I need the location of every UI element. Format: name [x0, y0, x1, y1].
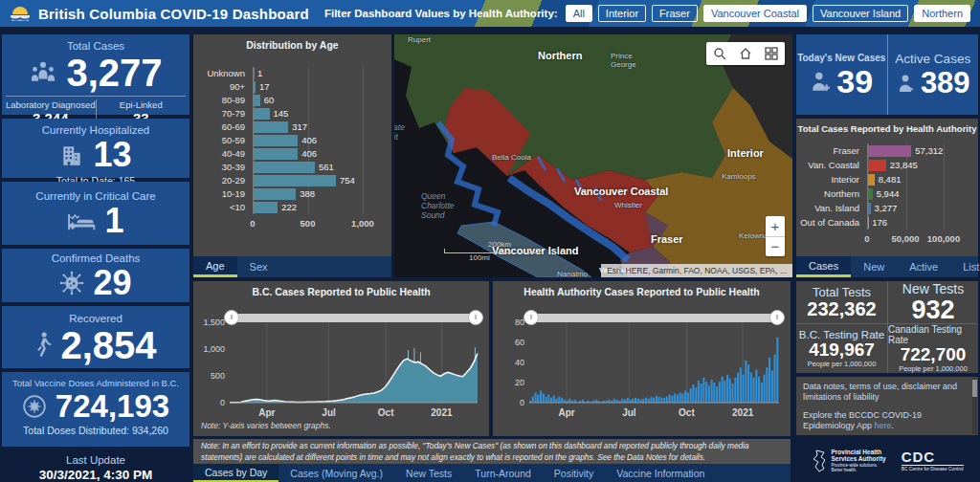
disclaimer-note: Note: In an effort to provide as current…: [193, 439, 791, 464]
bar: [663, 398, 665, 403]
bar: [637, 399, 639, 403]
bar: [254, 135, 298, 146]
tab-active[interactable]: Active: [897, 256, 950, 277]
x-tick-label: 0: [250, 218, 255, 229]
tab-turn-around[interactable]: Turn-Around: [463, 464, 543, 482]
bar: [540, 390, 542, 403]
basemap-grid-icon[interactable]: [765, 47, 778, 60]
filter-button-vancouver-coastal[interactable]: Vancouver Coastal: [703, 5, 807, 22]
footer-logos: Provincial Health Services Authority Pro…: [796, 439, 978, 482]
bar: [732, 383, 734, 403]
bar: [254, 188, 296, 200]
y-tick-label: 20: [496, 378, 524, 387]
bar: [695, 387, 697, 403]
scrollbar-thumb[interactable]: [972, 380, 977, 397]
bar: [254, 202, 278, 213]
tab-age[interactable]: Age: [193, 256, 237, 277]
bar: [726, 375, 728, 403]
bar-value-label: 8,481: [879, 172, 902, 186]
active-cases-label: Active Cases: [895, 52, 970, 66]
tab-cases[interactable]: Cases: [796, 256, 851, 277]
bar-category-label: 90+: [197, 80, 245, 94]
filter-button-interior[interactable]: Interior: [598, 5, 646, 22]
people-icon: [29, 60, 57, 85]
ha-cases-chart-panel: Health Authority Cases Reported to Publi…: [493, 281, 791, 436]
ha-total-cases-chart: FraserVan. CoastalInteriorNorthernVan. I…: [798, 142, 976, 252]
filter-button-fraser[interactable]: Fraser: [652, 5, 698, 22]
plot-area: [230, 322, 478, 405]
bar: [868, 203, 871, 214]
panel-title: Total Vaccine Doses Administered in B.C.: [12, 378, 179, 388]
home-icon[interactable]: [739, 47, 752, 60]
bar-category-label: 40-49: [197, 147, 245, 161]
notes-scrollbar[interactable]: [972, 378, 977, 434]
health-authority-map[interactable]: RupertNorthernPrince GeorgeHecate Strait…: [394, 34, 792, 277]
panel-title: Total Cases: [67, 40, 124, 52]
bar: [660, 398, 662, 403]
bar: [868, 188, 873, 200]
epidemiology-app-link[interactable]: here: [875, 421, 892, 430]
y-tick-label: 60: [496, 338, 524, 347]
header: British Columbia COVID-19 Dashboard Filt…: [0, 0, 980, 29]
hospital-icon: [59, 143, 84, 166]
last-update-label: Last Update: [66, 454, 125, 466]
x-tick-label: 100,000: [927, 233, 960, 244]
new-tests-label: New Tests: [902, 281, 964, 296]
tab-list[interactable]: List: [950, 256, 980, 277]
bar: [556, 399, 558, 403]
bar: [632, 399, 634, 403]
bar: [624, 400, 626, 403]
critical-care-panel: Currently in Critical Care 1: [2, 182, 189, 245]
total-tests-label: Total Tests: [813, 285, 871, 299]
epi-linked-label: Epi-Linked: [97, 99, 187, 110]
x-tick-label: Oct: [378, 407, 394, 418]
tab-sex[interactable]: Sex: [237, 256, 280, 277]
scale-mi: 100mi: [444, 253, 540, 262]
last-update-panel: Last Update 30/3/2021, 4:30 PM: [2, 450, 189, 482]
y-tick-label: 500: [196, 371, 225, 381]
filter-button-all[interactable]: All: [566, 5, 592, 22]
bar: [568, 399, 570, 403]
map-toolbar: [706, 42, 785, 65]
bar: [254, 121, 288, 133]
gridline: [944, 143, 945, 230]
bar-value-label: 57,312: [915, 143, 943, 158]
bar: [574, 400, 576, 403]
y-tick-label: 1,500: [196, 318, 225, 327]
bar: [627, 398, 629, 403]
plot-area: [529, 322, 779, 405]
tab-vaccine-information[interactable]: Vaccine Information: [605, 464, 716, 482]
bar-value-label: 5,944: [877, 186, 900, 201]
ca-testing-rate-label: Canadian Testing Rate: [888, 324, 978, 345]
bar-value-label: 1: [257, 67, 262, 80]
bar-value-label: 23,845: [890, 158, 918, 172]
bar: [535, 393, 537, 404]
tab-positivity[interactable]: Positivity: [543, 464, 605, 482]
deaths-panel: Confirmed Deaths 29: [2, 249, 189, 302]
bar-category-label: 10-19: [197, 187, 245, 201]
y-tick-label: 0: [196, 398, 225, 407]
filter-button-northern[interactable]: Northern: [914, 5, 970, 22]
total-tests-value: 232,362: [807, 299, 876, 319]
bar: [582, 400, 584, 403]
ha-tabstrip: CasesNewActiveList: [796, 256, 978, 277]
tab-new[interactable]: New: [851, 256, 897, 277]
filter-button-vancouver-island[interactable]: Vancouver Island: [813, 5, 908, 22]
zoom-in-button[interactable]: +: [766, 216, 785, 236]
zoom-out-button[interactable]: −: [766, 236, 785, 257]
tab-cases-moving-avg[interactable]: Cases (Moving Avg.): [278, 464, 394, 482]
hospitalized-panel: Currently Hospitalized 13 Total to Date:…: [2, 119, 189, 178]
bar: [768, 358, 770, 403]
bar: [645, 398, 647, 403]
tab-new-tests[interactable]: New Tests: [394, 464, 463, 482]
total-cases-value: 3,277: [66, 54, 162, 92]
bar-category-label: Van. Coastal: [798, 158, 859, 172]
bar: [613, 399, 615, 403]
dashboard: British Columbia COVID-19 Dashboard Filt…: [0, 0, 980, 482]
deaths-value: 29: [93, 266, 131, 300]
bc-testing-rate-sub: People per 1,000,000: [808, 360, 877, 368]
x-tick-label: 2021: [732, 407, 753, 418]
bar: [629, 400, 631, 403]
tab-cases-by-day[interactable]: Cases by Day: [193, 464, 278, 482]
search-icon[interactable]: [713, 47, 726, 60]
